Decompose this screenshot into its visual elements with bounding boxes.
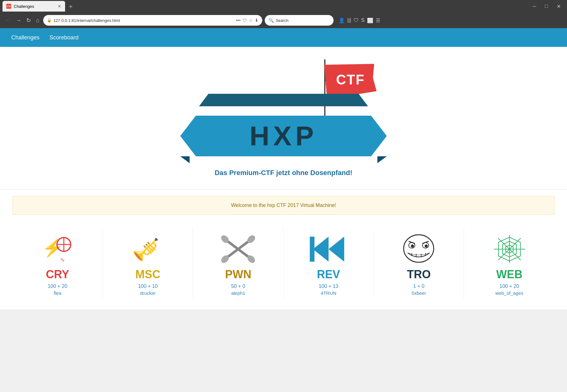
addon-icon[interactable]: 🛡 [354,18,359,23]
minimize-button[interactable]: ─ [529,3,540,9]
web-link[interactable]: web_of_ages [495,290,523,296]
security-icon: 🔒 [47,18,52,23]
browser-chrome: CTF Challenges ✕ ＋ ─ □ ✕ ← → ↻ ⌂ 🔒 127.0… [0,0,567,28]
close-window-button[interactable]: ✕ [553,3,564,9]
msc-icon-svg: 🎺 [129,234,166,265]
cry-name: CRY [46,268,69,281]
svg-point-19 [425,244,428,248]
window-controls: ─ □ ✕ [529,3,564,9]
maximize-button[interactable]: □ [541,3,552,9]
search-input[interactable]: Search [276,18,289,23]
tab-close-button[interactable]: ✕ [58,4,61,9]
cry-icon-svg: ⚡ ∿ [39,234,76,265]
more-icon[interactable]: ••• [236,18,241,23]
flag-text: CTF [336,72,365,88]
svg-rect-14 [310,237,314,262]
msc-link[interactable]: drucker [140,290,156,296]
svg-text:∿: ∿ [60,257,65,263]
url-bar[interactable]: 🔒 127.0.0.1:81/internal/challenges.html … [43,15,262,26]
svg-point-15 [404,235,434,262]
challenge-card-pwn[interactable]: PWN 50 + 0 aleph1 [193,227,284,300]
msc-score: 100 + 10 [138,284,158,289]
svg-text:⚡: ⚡ [42,238,64,258]
web-score: 100 + 20 [499,284,519,289]
rev-icon-svg [310,234,347,265]
url-text: 127.0.0.1:81/internal/challenges.html [54,18,234,23]
welcome-text: Welcome to the hxp CTF 2017 Virtual Mach… [231,203,336,208]
svg-text:🎺: 🎺 [132,237,160,263]
split-view-icon[interactable]: ⬜ [367,18,373,23]
ribbon-top-dark [199,94,368,106]
url-action-icons: ••• 🛡 ☆ ⬇ [236,18,258,23]
tro-icon [400,234,437,265]
tro-icon-svg [400,234,437,265]
address-bar: ← → ↻ ⌂ 🔒 127.0.0.1:81/internal/challeng… [0,13,567,28]
tab-title: Challenges [14,4,34,9]
challenge-card-cry[interactable]: ⚡ ∿ CRY 100 + 20 flea [13,227,103,300]
search-icon: 🔍 [268,18,274,23]
welcome-banner: Welcome to the hxp CTF 2017 Virtual Mach… [13,196,554,215]
challenge-card-msc[interactable]: 🎺 MSC 100 + 10 drucker [103,227,193,300]
msc-icon: 🎺 [129,234,166,265]
pwn-link[interactable]: aleph1 [231,290,245,296]
flag-container: CTF [293,59,355,122]
pwn-icon-svg [219,234,257,265]
rev-score: 100 + 13 [319,284,338,289]
pwn-icon [219,234,257,265]
nav-challenges[interactable]: Challenges [6,32,44,43]
ctf-logo: CTF HXP [174,59,393,159]
rev-icon [310,234,347,265]
cry-icon: ⚡ ∿ [39,234,76,265]
web-name: WEB [496,268,523,281]
back-button[interactable]: ← [4,16,12,25]
library-icon[interactable]: ||| [347,18,351,23]
search-bar[interactable]: 🔍 Search [265,15,334,26]
nav-bar: Challenges Scoreboard [0,28,567,47]
shield-icon[interactable]: 🛡 [243,18,247,23]
svg-marker-13 [329,237,344,262]
download-icon[interactable]: ⬇ [255,18,258,23]
tagline: Das Premium-CTF jetzt ohne Dosenpfand! [215,169,352,177]
home-button[interactable]: ⌂ [35,16,41,25]
toolbar-icons: 👤 ||| 🛡 S ⬜ ☰ [339,18,380,23]
tro-score: 1 + 0 [413,284,424,289]
bookmark-icon[interactable]: ☆ [249,18,253,23]
challenge-card-web[interactable]: WEB 100 + 20 web_of_ages [464,227,554,300]
pwn-score: 50 + 0 [231,284,245,289]
pwn-name: PWN [225,268,251,281]
cry-score: 100 + 20 [48,284,67,289]
logo-text: HXP [250,120,318,152]
cry-link[interactable]: flea [54,290,61,296]
hero-section: CTF HXP Das [0,47,567,186]
favicon-text: CTF [7,5,11,8]
tab-favicon: CTF [6,4,11,9]
challenge-card-tro[interactable]: TRO 1 + 0 0xbeer [374,227,464,300]
rev-name: REV [317,268,340,281]
page-content: Challenges Scoreboard CTF [0,28,567,309]
web-icon-svg [491,234,528,265]
tro-link[interactable]: 0xbeer [412,290,426,296]
title-bar: CTF Challenges ✕ ＋ ─ □ ✕ [0,0,567,13]
tro-name: TRO [407,268,431,281]
challenges-grid: ⚡ ∿ CRY 100 + 20 flea 🎺 MSC 100 + 10 dru… [0,221,567,307]
browser-tab[interactable]: CTF Challenges ✕ [3,1,65,12]
ribbon-main-container: HXP [180,116,387,156]
flag-body: CTF [324,60,377,99]
forward-button[interactable]: → [14,16,23,25]
msc-name: MSC [135,268,160,281]
menu-icon[interactable]: ☰ [376,18,380,23]
reload-button[interactable]: ↻ [25,16,32,25]
svg-point-18 [411,244,414,248]
rev-link[interactable]: 4TRUN [321,290,336,296]
nav-scoreboard[interactable]: Scoreboard [44,32,84,43]
new-tab-button[interactable]: ＋ [68,2,74,11]
challenge-card-rev[interactable]: REV 100 + 13 4TRUN [284,227,374,300]
account-icon[interactable]: 👤 [339,18,345,23]
web-icon [491,234,528,265]
sync-icon[interactable]: S [361,18,365,23]
svg-marker-12 [313,237,329,262]
